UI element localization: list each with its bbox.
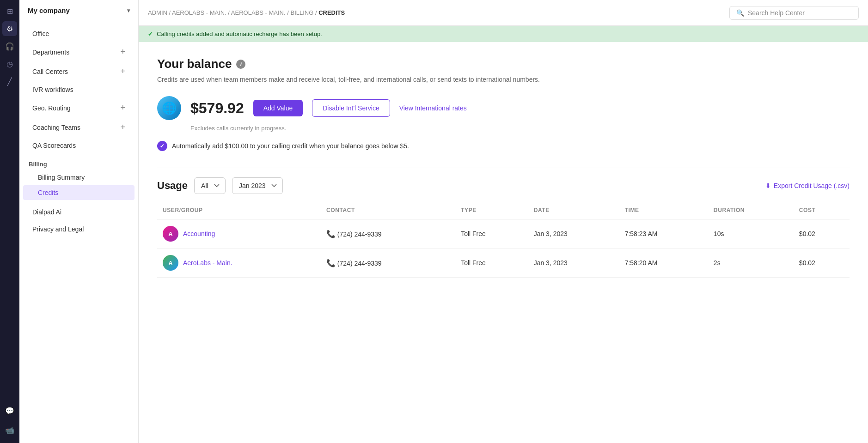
sidebar: My company ▾ Office Departments + Call C… [19, 0, 139, 443]
sidebar-item-departments[interactable]: Departments + [23, 42, 134, 61]
cell-user: A AeroLabs - Main. [157, 249, 321, 278]
col-duration: DURATION [708, 203, 794, 219]
auto-recharge-text: Automatically add $100.00 to your callin… [172, 142, 409, 150]
plus-icon: + [120, 47, 125, 57]
col-contact: CONTACT [321, 203, 455, 219]
clock-icon[interactable]: ◷ [2, 56, 17, 71]
col-cost: COST [794, 203, 850, 219]
balance-amount: $579.92 [190, 100, 244, 117]
breadcrumb: ADMIN / AEROLABS - MAIN. / AEROLABS - MA… [148, 9, 345, 16]
sidebar-item-billing-summary[interactable]: Billing Summary [23, 170, 134, 185]
download-icon: ⬇ [765, 182, 771, 189]
sidebar-item-call-centers[interactable]: Call Centers + [23, 62, 134, 81]
sidebar-nav: Office Departments + Call Centers + IVR … [19, 21, 138, 443]
table-row: A AeroLabs - Main. 📞 (724) 244-9339 Toll… [157, 249, 850, 278]
analytics-icon[interactable]: ╱ [2, 74, 17, 89]
chevron-down-icon: ▾ [127, 7, 130, 14]
call-icon: 📞 [326, 230, 336, 238]
cell-type: Toll Free [455, 219, 528, 249]
settings-icon[interactable]: ⚙ [2, 21, 17, 36]
month-dropdown[interactable]: Jan 2023 [232, 177, 283, 194]
auto-recharge-check-icon: ✔ [157, 141, 167, 151]
usage-left: Usage All Jan 2023 [157, 177, 283, 194]
sidebar-item-credits[interactable]: Credits [23, 185, 134, 200]
add-value-button[interactable]: Add Value [253, 100, 303, 116]
search-placeholder: Search Help Center [748, 9, 805, 17]
company-name: My company [28, 6, 70, 14]
video-icon[interactable]: 📹 [2, 423, 17, 437]
cell-contact: 📞 (724) 244-9339 [321, 249, 455, 278]
sidebar-item-office[interactable]: Office [23, 25, 134, 42]
cell-time: 7:58:23 AM [619, 219, 708, 249]
sidebar-item-ivr[interactable]: IVR workflows [23, 81, 134, 98]
sidebar-item-privacy-legal[interactable]: Privacy and Legal [23, 221, 134, 237]
cell-duration: 2s [708, 249, 794, 278]
topbar: ADMIN / AEROLABS - MAIN. / AEROLABS - MA… [139, 0, 868, 26]
call-icon: 📞 [326, 259, 336, 267]
sidebar-item-coaching-teams[interactable]: Coaching Teams + [23, 118, 134, 137]
excludes-note: Excludes calls currently in progress. [190, 125, 850, 132]
user-link[interactable]: Accounting [183, 230, 215, 237]
auto-recharge-row: ✔ Automatically add $100.00 to your call… [157, 141, 850, 151]
check-icon: ✔ [148, 30, 153, 37]
cell-type: Toll Free [455, 249, 528, 278]
billing-section: Billing Billing Summary Credits [19, 154, 138, 203]
cell-date: Jan 3, 2023 [528, 249, 619, 278]
company-select[interactable]: My company ▾ [25, 5, 133, 16]
col-type: TYPE [455, 203, 528, 219]
search-bar[interactable]: 🔍 Search Help Center [729, 6, 859, 20]
filter-dropdown[interactable]: All [194, 177, 226, 194]
billing-label: Billing [19, 157, 138, 170]
sidebar-header: My company ▾ [19, 0, 138, 21]
export-button[interactable]: ⬇ Export Credit Usage (.csv) [765, 182, 850, 189]
notification-message: Calling credits added and automatic rech… [157, 30, 322, 37]
main-area: ADMIN / AEROLABS - MAIN. / AEROLABS - MA… [139, 0, 868, 443]
cell-date: Jan 3, 2023 [528, 219, 619, 249]
sidebar-item-dialpad-ai[interactable]: Dialpad Ai [23, 204, 134, 220]
globe-icon: 🌐 [157, 96, 181, 120]
balance-row: 🌐 $579.92 Add Value Disable Int'l Servic… [157, 96, 850, 120]
plus-icon: + [120, 122, 125, 132]
icon-rail: ⊞ ⚙ 🎧 ◷ ╱ 💬 📹 [0, 0, 19, 443]
usage-table: USER/GROUP CONTACT TYPE DATE TIME DURATI… [157, 203, 850, 278]
plus-icon: + [120, 67, 125, 76]
table-row: A Accounting 📞 (724) 244-9339 Toll Free … [157, 219, 850, 249]
user-link[interactable]: AeroLabs - Main. [183, 259, 232, 267]
cell-user: A Accounting [157, 219, 321, 249]
usage-header: Usage All Jan 2023 ⬇ Export Credit Usage… [157, 177, 850, 194]
col-date: DATE [528, 203, 619, 219]
avatar: A [163, 255, 178, 271]
search-icon: 🔍 [736, 9, 744, 17]
page-title-row: Your balance i [157, 57, 850, 71]
home-icon[interactable]: ⊞ [2, 4, 17, 18]
cell-cost: $0.02 [794, 219, 850, 249]
export-label: Export Credit Usage (.csv) [774, 182, 850, 189]
view-rates-link[interactable]: View International rates [399, 104, 467, 112]
cell-time: 7:58:20 AM [619, 249, 708, 278]
divider [157, 168, 850, 168]
usage-title: Usage [157, 180, 188, 192]
page-title: Your balance [157, 57, 232, 71]
cell-cost: $0.02 [794, 249, 850, 278]
info-icon[interactable]: i [236, 60, 245, 69]
cell-duration: 10s [708, 219, 794, 249]
headset-icon[interactable]: 🎧 [2, 39, 17, 54]
sidebar-item-geo-routing[interactable]: Geo. Routing + [23, 98, 134, 117]
col-time: TIME [619, 203, 708, 219]
cell-contact: 📞 (724) 244-9339 [321, 219, 455, 249]
chat-icon[interactable]: 💬 [2, 403, 17, 418]
disable-intl-button[interactable]: Disable Int'l Service [312, 99, 390, 117]
page-subtitle: Credits are used when team members make … [157, 76, 850, 83]
content-area: Your balance i Credits are used when tea… [139, 42, 868, 443]
col-user: USER/GROUP [157, 203, 321, 219]
avatar: A [163, 226, 178, 242]
table-header-row: USER/GROUP CONTACT TYPE DATE TIME DURATI… [157, 203, 850, 219]
notification-bar: ✔ Calling credits added and automatic re… [139, 26, 868, 42]
sidebar-item-qa-scorecards[interactable]: QA Scorecards [23, 137, 134, 154]
plus-icon: + [120, 103, 125, 113]
